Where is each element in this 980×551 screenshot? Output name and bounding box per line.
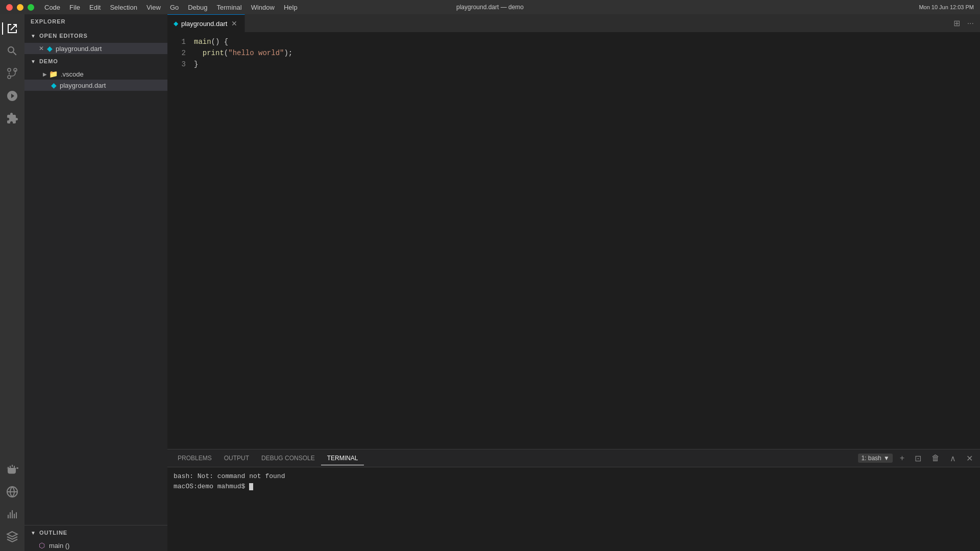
terminal-line-1: bash: Not: command not found xyxy=(174,471,974,482)
open-editor-filename: playground.dart xyxy=(56,45,102,53)
outline-section: ▼ OUTLINE ⬡ main () xyxy=(24,525,167,551)
terminal-line-2: macOS:demo mahmud$ xyxy=(174,482,974,492)
demo-label: DEMO xyxy=(39,58,58,64)
tab-close-button[interactable]: ✕ xyxy=(230,18,238,29)
demo-header[interactable]: ▼ DEMO xyxy=(24,54,167,68)
playground-dart-name: playground.dart xyxy=(60,82,106,89)
vscode-chevron: ▶ xyxy=(43,71,47,77)
maximize-button[interactable] xyxy=(28,4,34,11)
menu-view[interactable]: View xyxy=(146,4,161,11)
tab-bar: ◆ playground.dart ✕ ⊞ ··· xyxy=(167,14,980,32)
open-editors-label: OPEN EDITORS xyxy=(39,33,88,39)
demo-chevron: ▼ xyxy=(31,59,36,64)
terminal-actions: 1: bash ▼ + ⊡ 🗑 ∧ ✕ xyxy=(858,453,976,464)
vscode-folder-item[interactable]: ▶ 📁 .vscode xyxy=(24,68,167,80)
playground-dart-item[interactable]: ◆ playground.dart xyxy=(24,80,167,91)
more-actions-button[interactable]: ··· xyxy=(965,17,976,30)
menu-window[interactable]: Window xyxy=(251,4,275,11)
dart-file-icon-tree: ◆ xyxy=(51,81,57,89)
search-activity-icon[interactable] xyxy=(2,41,22,61)
app-container: EXPLORER ▼ OPEN EDITORS ✕ ◆ playground.d… xyxy=(0,14,980,551)
code-line-1: main() { xyxy=(194,36,980,47)
title-bar: Code File Edit Selection View Go Debug T… xyxy=(0,0,980,14)
file-close-icon[interactable]: ✕ xyxy=(39,45,44,52)
open-editors-chevron: ▼ xyxy=(31,33,36,39)
shell-label: 1: bash xyxy=(861,455,881,462)
terminal-content[interactable]: bash: Not: command not found macOS:demo … xyxy=(167,467,980,551)
explorer-header[interactable]: EXPLORER xyxy=(24,14,167,29)
tab-filename: playground.dart xyxy=(181,20,227,28)
code-area[interactable]: main() { print("hello world"); } xyxy=(194,32,980,449)
open-editors-section: ▼ OPEN EDITORS ✕ ◆ playground.dart xyxy=(24,29,167,54)
shell-selector[interactable]: 1: bash ▼ xyxy=(858,454,892,463)
tab-problems[interactable]: PROBLEMS xyxy=(172,452,218,465)
menu-bar: Code File Edit Selection View Go Debug T… xyxy=(44,4,298,11)
terminal-cursor xyxy=(249,483,253,490)
open-editors-header[interactable]: ▼ OPEN EDITORS xyxy=(24,29,167,43)
editor-area: ◆ playground.dart ✕ ⊞ ··· 1 2 3 main() {… xyxy=(167,14,980,551)
dart-file-icon: ◆ xyxy=(47,44,53,53)
explorer-activity-icon[interactable] xyxy=(2,18,22,39)
split-editor-button[interactable]: ⊞ xyxy=(951,16,962,30)
line-numbers: 1 2 3 xyxy=(167,32,194,449)
window-title: playground.dart — demo xyxy=(456,4,524,11)
run-debug-activity-icon[interactable] xyxy=(2,86,22,106)
collapse-terminal-button[interactable]: ∧ xyxy=(947,453,959,464)
minimize-button[interactable] xyxy=(17,4,23,11)
outline-main-item[interactable]: ⬡ main () xyxy=(24,540,167,551)
menu-selection[interactable]: Selection xyxy=(110,4,137,11)
line-num-1: 1 xyxy=(167,36,186,47)
menu-debug[interactable]: Debug xyxy=(188,4,207,11)
open-editor-item-playground[interactable]: ✕ ◆ playground.dart xyxy=(24,43,167,54)
code-editor[interactable]: 1 2 3 main() { print("hello world"); } xyxy=(167,32,980,449)
line-num-2: 2 xyxy=(167,47,186,59)
outline-header[interactable]: ▼ OUTLINE xyxy=(24,525,167,540)
terminal-tab-bar: PROBLEMS OUTPUT DEBUG CONSOLE TERMINAL 1… xyxy=(167,449,980,467)
outline-main-label: main () xyxy=(49,542,69,549)
menu-go[interactable]: Go xyxy=(170,4,179,11)
helm-activity-icon[interactable] xyxy=(2,527,22,547)
datetime-display: Mon 10 Jun 12:03 PM xyxy=(919,4,974,10)
tab-debug-console[interactable]: DEBUG CONSOLE xyxy=(255,452,321,465)
menu-file[interactable]: File xyxy=(69,4,80,11)
tab-dart-icon: ◆ xyxy=(174,20,178,27)
line-num-3: 3 xyxy=(167,59,186,70)
menu-terminal[interactable]: Terminal xyxy=(217,4,242,11)
terminal-panel: PROBLEMS OUTPUT DEBUG CONSOLE TERMINAL 1… xyxy=(167,449,980,551)
traffic-lights[interactable] xyxy=(6,4,34,11)
code-line-2: print("hello world"); xyxy=(194,47,980,59)
outline-chevron: ▼ xyxy=(31,530,36,536)
menu-code[interactable]: Code xyxy=(44,4,60,11)
close-button[interactable] xyxy=(6,4,13,11)
explorer-label: EXPLORER xyxy=(31,18,66,24)
folder-icon: 📁 xyxy=(49,70,58,78)
add-terminal-button[interactable]: + xyxy=(897,453,908,464)
cube-icon: ⬡ xyxy=(39,541,45,549)
tab-playground-dart[interactable]: ◆ playground.dart ✕ xyxy=(167,14,245,32)
close-terminal-button[interactable]: ✕ xyxy=(963,453,976,464)
code-line-3: } xyxy=(194,59,980,70)
tab-terminal[interactable]: TERMINAL xyxy=(321,452,364,465)
sidebar: EXPLORER ▼ OPEN EDITORS ✕ ◆ playground.d… xyxy=(24,14,167,551)
tab-output[interactable]: OUTPUT xyxy=(218,452,255,465)
extensions-activity-icon[interactable] xyxy=(2,108,22,129)
delete-terminal-button[interactable]: 🗑 xyxy=(928,453,943,464)
docker-activity-icon[interactable] xyxy=(2,459,22,480)
activity-bar xyxy=(0,14,24,551)
titlebar-right: Mon 10 Jun 12:03 PM xyxy=(919,4,974,10)
remote-explorer-icon[interactable] xyxy=(2,482,22,502)
demo-section: ▼ DEMO ▶ 📁 .vscode ◆ playground.dart xyxy=(24,54,167,91)
menu-help[interactable]: Help xyxy=(284,4,298,11)
menu-edit[interactable]: Edit xyxy=(89,4,101,11)
shell-dropdown-arrow[interactable]: ▼ xyxy=(884,455,890,462)
outline-label: OUTLINE xyxy=(39,530,67,536)
source-control-activity-icon[interactable] xyxy=(2,63,22,84)
split-terminal-button[interactable]: ⊡ xyxy=(912,453,924,464)
tab-actions: ⊞ ··· xyxy=(947,14,980,32)
analytics-activity-icon[interactable] xyxy=(2,504,22,524)
vscode-folder-name: .vscode xyxy=(61,70,84,78)
